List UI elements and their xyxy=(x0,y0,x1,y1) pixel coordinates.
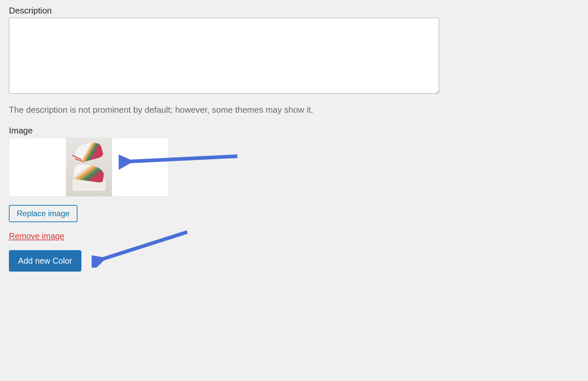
image-preview[interactable] xyxy=(9,138,169,196)
description-label: Description xyxy=(9,6,579,16)
description-help-text: The description is not prominent by defa… xyxy=(9,105,579,115)
image-label: Image xyxy=(9,126,579,136)
description-textarea[interactable] xyxy=(9,18,439,94)
replace-image-button[interactable]: Replace image xyxy=(9,205,77,222)
remove-image-link[interactable]: Remove image xyxy=(9,231,64,241)
product-thumbnail xyxy=(66,138,112,196)
add-new-color-button[interactable]: Add new Color xyxy=(9,250,81,272)
